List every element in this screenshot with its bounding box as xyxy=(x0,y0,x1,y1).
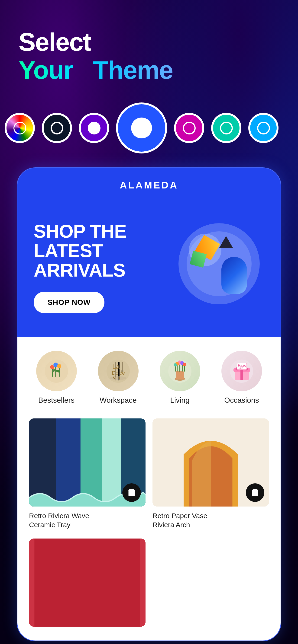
hero-triangle xyxy=(219,236,233,248)
circle-inner-rainbow xyxy=(14,122,26,134)
category-label-living: Living xyxy=(170,396,190,404)
product-info-vase: Retro Paper Vase Riviera Arch xyxy=(152,506,269,532)
svg-rect-34 xyxy=(240,368,243,380)
headline-your: Your xyxy=(19,56,73,84)
product-info-tray: Retro Riviera Wave Ceramic Tray xyxy=(29,506,146,532)
theme-circle-rainbow[interactable] xyxy=(5,113,35,143)
product-name-vase: Retro Paper Vase Riviera Arch xyxy=(152,511,269,529)
bestsellers-icon xyxy=(44,358,69,384)
category-living[interactable]: Living xyxy=(152,351,207,404)
svg-text:Dolce: Dolce xyxy=(112,370,125,376)
store-name: ALAMEDA xyxy=(27,180,271,191)
svg-text:Day!: Day! xyxy=(239,367,243,369)
category-workspace[interactable]: La Dolce Vita Workspace xyxy=(91,351,146,404)
circle-inner-purple xyxy=(88,122,101,134)
phone-container: ALAMEDA SHOP THE LATEST ARRIVALS SHOP NO… xyxy=(0,168,298,641)
category-label-occasions: Occasions xyxy=(224,396,259,404)
headline-your-theme: Your Theme xyxy=(19,56,279,84)
circle-inner-blue xyxy=(131,118,152,138)
svg-text:La: La xyxy=(112,363,120,370)
hero-image xyxy=(178,223,267,311)
category-circle-occasions: Happy Day! xyxy=(221,351,262,391)
category-bestsellers[interactable]: Bestsellers xyxy=(29,351,84,404)
theme-circle-magenta[interactable] xyxy=(174,113,204,143)
product-image-gr xyxy=(29,538,146,626)
svg-rect-12 xyxy=(122,362,123,371)
category-circle-workspace: La Dolce Vita xyxy=(98,351,139,391)
theme-circle-cyan[interactable] xyxy=(248,113,278,143)
svg-rect-52 xyxy=(34,538,140,626)
phone-mockup: ALAMEDA SHOP THE LATEST ARRIVALS SHOP NO… xyxy=(17,168,281,641)
svg-text:Vita: Vita xyxy=(113,376,120,380)
occasions-icon: Happy Day! xyxy=(229,358,254,384)
product-card-vase[interactable]: Retro Paper Vase Riviera Arch xyxy=(152,418,269,532)
circle-inner-cyan xyxy=(257,122,270,134)
hero-circle-bg xyxy=(178,223,260,304)
cart-icon xyxy=(127,488,136,497)
category-circle-living xyxy=(160,351,200,391)
circles-row xyxy=(0,102,288,154)
hero-banner: SHOP THE LATEST ARRIVALS SHOP NOW xyxy=(18,198,280,337)
theme-circle-purple[interactable] xyxy=(79,113,109,143)
add-to-cart-tray[interactable] xyxy=(122,483,141,502)
circle-inner-magenta xyxy=(183,122,196,134)
phone-header: ALAMEDA xyxy=(18,168,280,198)
hero-vase xyxy=(221,257,247,294)
headline-select: Select xyxy=(19,28,279,56)
category-label-bestsellers: Bestsellers xyxy=(38,396,75,404)
svg-point-6 xyxy=(57,364,61,368)
product-image-partial xyxy=(29,538,146,626)
add-to-cart-vase[interactable] xyxy=(246,483,264,502)
products-section: Retro Riviera Wave Ceramic Tray xyxy=(18,414,280,640)
circle-inner-teal xyxy=(220,122,233,134)
theme-circle-teal[interactable] xyxy=(211,113,241,143)
categories-section: Bestsellers La xyxy=(18,337,280,414)
hero-product-visual xyxy=(184,229,254,298)
svg-point-30 xyxy=(183,363,186,366)
product-image-tray xyxy=(29,418,146,506)
workspace-icon: La Dolce Vita xyxy=(105,358,131,384)
category-circle-bestsellers xyxy=(36,351,77,391)
theme-selector xyxy=(0,98,298,163)
theme-circle-blue-active[interactable] xyxy=(116,102,167,154)
shop-now-button[interactable]: SHOP NOW xyxy=(34,292,104,313)
living-icon xyxy=(167,358,193,384)
product-card-tray[interactable]: Retro Riviera Wave Ceramic Tray xyxy=(29,418,146,532)
headline-theme: Theme xyxy=(93,56,173,84)
header-section: Select Your Theme xyxy=(0,0,298,98)
svg-point-5 xyxy=(50,365,54,369)
product-name-tray: Retro Riviera Wave Ceramic Tray xyxy=(29,511,146,529)
category-occasions[interactable]: Happy Day! Occasions xyxy=(214,351,269,404)
svg-rect-20 xyxy=(176,371,184,379)
circle-inner-navy xyxy=(51,122,63,134)
product-card-partial[interactable] xyxy=(29,538,146,626)
category-label-workspace: Workspace xyxy=(100,396,136,404)
gr-svg xyxy=(29,538,146,626)
svg-point-29 xyxy=(174,363,177,366)
product-image-arch xyxy=(152,418,269,506)
cart-icon-vase xyxy=(251,488,259,497)
theme-circle-dark-navy[interactable] xyxy=(42,113,72,143)
